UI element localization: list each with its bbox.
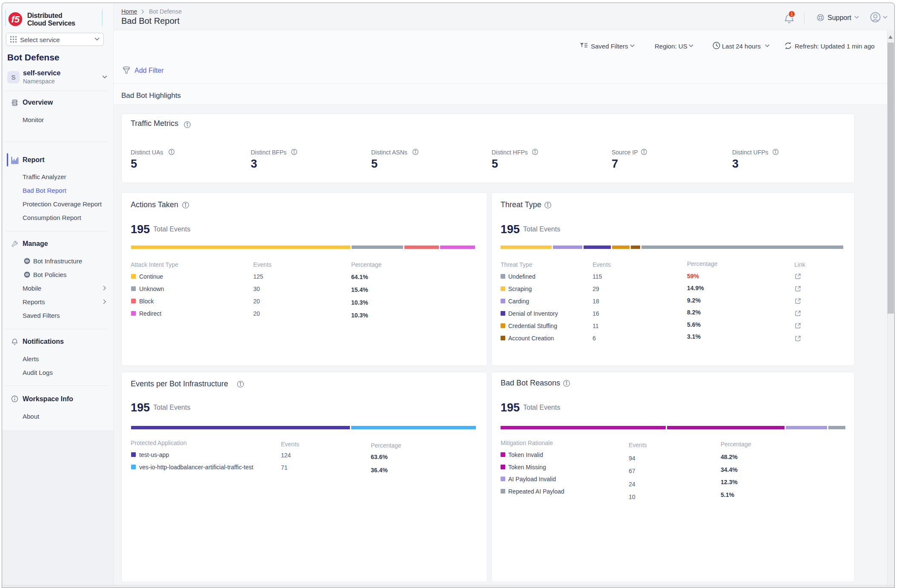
svg-text:f5: f5	[11, 14, 20, 25]
